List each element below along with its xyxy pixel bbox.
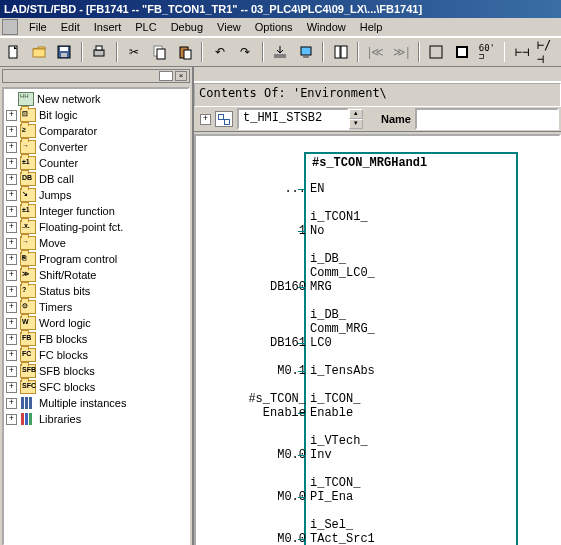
tree-label: Program control xyxy=(39,253,117,265)
tb-online-button[interactable] xyxy=(294,40,317,64)
tb-contact-no-button[interactable]: ⊢⊣ xyxy=(510,40,533,64)
svg-rect-16 xyxy=(430,46,442,58)
tb-new-button[interactable] xyxy=(2,40,25,64)
expand-icon[interactable]: + xyxy=(6,238,17,249)
tree-item[interactable]: +FBFB blocks xyxy=(4,331,188,347)
tb-download-button[interactable] xyxy=(269,40,292,64)
panel-close-button[interactable]: × xyxy=(175,71,187,81)
expand-icon[interactable]: + xyxy=(6,174,17,185)
tree-item[interactable]: +→Move xyxy=(4,235,188,251)
pin-name: i_TensAbs xyxy=(310,364,375,378)
expand-icon[interactable]: + xyxy=(6,270,17,281)
catalog-tree[interactable]: New network +⊡Bit logic+≥Comparator+→Con… xyxy=(2,87,190,545)
menu-help[interactable]: Help xyxy=(353,18,390,36)
tb-save-button[interactable] xyxy=(52,40,75,64)
mdi-control-icon[interactable] xyxy=(2,19,18,35)
pin-connector xyxy=(298,189,306,190)
expand-icon[interactable]: + xyxy=(6,222,17,233)
pin-address: M0.0 xyxy=(206,532,308,545)
tb-redo-button[interactable]: ↷ xyxy=(234,40,257,64)
tree-item[interactable]: +.x.Floating-point fct. xyxy=(4,219,188,235)
svg-rect-1 xyxy=(33,49,45,57)
folder-icon: ⎘ xyxy=(20,252,36,266)
tree-item[interactable]: +SFCSFC blocks xyxy=(4,379,188,395)
menu-window[interactable]: Window xyxy=(300,18,353,36)
tb-lad-button[interactable] xyxy=(425,40,448,64)
tree-item[interactable]: +?Status bits xyxy=(4,283,188,299)
panel-tab-icon[interactable] xyxy=(159,71,173,81)
tree-item[interactable]: +±1Counter xyxy=(4,155,188,171)
expand-icon[interactable]: + xyxy=(6,302,17,313)
tb-goto-end-button[interactable]: ≫| xyxy=(390,40,413,64)
expand-icon[interactable]: + xyxy=(6,398,17,409)
pin-connector xyxy=(298,539,306,540)
svg-rect-14 xyxy=(335,46,340,58)
tree-item[interactable]: +≥Comparator xyxy=(4,123,188,139)
tree-item[interactable]: +≫Shift/Rotate xyxy=(4,267,188,283)
expand-icon[interactable]: + xyxy=(6,110,17,121)
expand-icon[interactable]: + xyxy=(6,318,17,329)
pin-connector xyxy=(298,497,306,498)
tree-item[interactable]: +⎘Program control xyxy=(4,251,188,267)
tb-cut-button[interactable]: ✂ xyxy=(123,40,146,64)
tree-label: Multiple instances xyxy=(39,397,126,409)
tb-copy-button[interactable] xyxy=(148,40,171,64)
expand-icon[interactable]: + xyxy=(6,254,17,265)
struct-icon xyxy=(215,111,233,127)
svg-rect-12 xyxy=(301,47,311,55)
address-spinner[interactable]: ▴▾ xyxy=(349,109,363,129)
block-title: #s_TCON_MRGHandl xyxy=(306,154,516,172)
tree-item[interactable]: +FCFC blocks xyxy=(4,347,188,363)
expand-icon[interactable]: + xyxy=(6,158,17,169)
expand-icon[interactable]: + xyxy=(6,206,17,217)
tb-contact-nc-button[interactable]: ⊢/⊣ xyxy=(536,40,559,64)
expand-icon[interactable]: + xyxy=(6,334,17,345)
expand-icon[interactable]: + xyxy=(6,190,17,201)
tree-item[interactable]: +⊙Timers xyxy=(4,299,188,315)
expand-icon[interactable]: + xyxy=(6,414,17,425)
menu-file[interactable]: File xyxy=(22,18,54,36)
tb-print-button[interactable] xyxy=(88,40,111,64)
tree-label: FC blocks xyxy=(39,349,88,361)
expand-button[interactable]: + xyxy=(200,114,211,125)
pin-connector xyxy=(298,343,306,344)
expand-icon[interactable]: + xyxy=(6,126,17,137)
pin-address: 1 xyxy=(206,224,308,238)
tb-monitor-button[interactable]: 60'⊐ xyxy=(475,40,498,64)
tb-goto-start-button[interactable]: |≪ xyxy=(364,40,387,64)
spin-down[interactable]: ▾ xyxy=(349,119,363,129)
menu-view[interactable]: View xyxy=(210,18,248,36)
pin-address: ... xyxy=(206,182,308,196)
fb-block[interactable]: #s_TCON_MRGHandl ...EN1i_TCON1_NoDB160i_… xyxy=(304,152,518,545)
tree-item[interactable]: +SFBSFB blocks xyxy=(4,363,188,379)
tb-open-button[interactable] xyxy=(27,40,50,64)
tree-item[interactable]: +Libraries xyxy=(4,411,188,427)
tree-item[interactable]: +Multiple instances xyxy=(4,395,188,411)
tb-undo-button[interactable]: ↶ xyxy=(208,40,231,64)
tree-item[interactable]: +DBDB call xyxy=(4,171,188,187)
expand-icon[interactable]: + xyxy=(6,286,17,297)
spin-up[interactable]: ▴ xyxy=(349,109,363,119)
tb-stl-button[interactable] xyxy=(450,40,473,64)
tree-item[interactable]: +↘Jumps xyxy=(4,187,188,203)
fbd-canvas[interactable]: #s_TCON_MRGHandl ...EN1i_TCON1_NoDB160i_… xyxy=(194,134,561,545)
menu-edit[interactable]: Edit xyxy=(54,18,87,36)
expand-icon[interactable]: + xyxy=(6,382,17,393)
pin-address: M0.0 xyxy=(206,490,308,504)
expand-icon[interactable]: + xyxy=(6,350,17,361)
tb-catalog-button[interactable] xyxy=(329,40,352,64)
tb-paste-button[interactable] xyxy=(173,40,196,64)
tree-item[interactable]: +±1Integer function xyxy=(4,203,188,219)
tree-item[interactable]: +⊡Bit logic xyxy=(4,107,188,123)
menu-options[interactable]: Options xyxy=(248,18,300,36)
tree-item[interactable]: +→Converter xyxy=(4,139,188,155)
tree-new-network[interactable]: New network xyxy=(4,91,188,107)
address-field[interactable]: t_HMI_STSB2 xyxy=(237,108,349,130)
menu-plc[interactable]: PLC xyxy=(128,18,163,36)
expand-icon[interactable]: + xyxy=(6,366,17,377)
name-field[interactable] xyxy=(415,108,559,130)
expand-icon[interactable]: + xyxy=(6,142,17,153)
menu-debug[interactable]: Debug xyxy=(164,18,210,36)
tree-item[interactable]: +WWord logic xyxy=(4,315,188,331)
menu-insert[interactable]: Insert xyxy=(87,18,129,36)
